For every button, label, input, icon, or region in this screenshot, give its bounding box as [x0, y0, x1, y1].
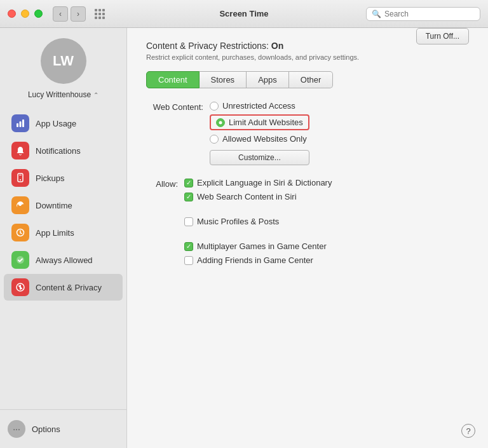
content-header: Turn Off... Content & Privacy Restrictio… — [146, 41, 469, 61]
sidebar: LW Lucy Writtenhouse ⌃ App Usage — [0, 28, 127, 448]
search-icon: 🔍 — [372, 10, 381, 18]
turn-off-button[interactable]: Turn Off... — [416, 28, 469, 44]
titlebar: ‹ › Screen Time 🔍 — [0, 0, 488, 28]
checkbox-label-multiplayer: Multiplayer Games in Game Center — [197, 241, 327, 251]
checkbox-label-web-search: Web Search Content in Siri — [197, 192, 297, 201]
web-content-label: Web Content: — [146, 101, 203, 112]
tab-other[interactable]: Other — [289, 71, 334, 88]
sidebar-bottom: ··· Options — [0, 409, 126, 448]
sidebar-item-always-allowed[interactable]: Always Allowed — [4, 247, 123, 273]
checkbox-icon-music-profiles — [184, 217, 193, 226]
svg-rect-1 — [20, 121, 22, 127]
avatar: LW — [41, 38, 86, 84]
tab-bar: Content Stores Apps Other — [146, 71, 469, 88]
sidebar-item-downtime[interactable]: Downtime — [4, 192, 123, 219]
radio-unrestricted[interactable]: Unrestricted Access — [210, 101, 309, 111]
sidebar-item-label: Always Allowed — [36, 255, 93, 265]
svg-rect-4 — [19, 175, 22, 175]
checkbox-icon-add-friends — [184, 256, 193, 265]
web-content-row: Web Content: Unrestricted Access Limit A… — [146, 101, 469, 165]
sidebar-item-label: Content & Privacy — [36, 283, 102, 292]
svg-point-7 — [17, 256, 24, 264]
grid-button[interactable] — [91, 5, 109, 23]
sidebar-item-label: Notifications — [36, 146, 81, 156]
checkbox-explicit-lang[interactable]: ✓ Explicit Language in Siri & Dictionary — [184, 178, 332, 187]
allow-label: Allow: — [146, 178, 178, 189]
checkbox-music-profiles[interactable]: Music Profiles & Posts — [184, 217, 332, 226]
app-body: LW Lucy Writtenhouse ⌃ App Usage — [0, 28, 488, 448]
checkbox-icon-multiplayer: ✓ — [184, 242, 193, 251]
tab-apps[interactable]: Apps — [247, 71, 289, 88]
options-label: Options — [32, 424, 60, 434]
app-usage-icon — [11, 114, 29, 132]
close-button[interactable] — [8, 10, 16, 18]
content-privacy-icon — [11, 278, 29, 296]
search-bar[interactable]: 🔍 — [366, 7, 480, 21]
sidebar-nav: App Usage Notifications — [0, 109, 126, 409]
sidebar-item-content-privacy[interactable]: Content & Privacy — [4, 274, 123, 301]
checkbox-add-friends[interactable]: Adding Friends in Game Center — [184, 255, 332, 265]
chevron-icon: ⌃ — [93, 92, 98, 98]
checkbox-label-music-profiles: Music Profiles & Posts — [197, 217, 279, 226]
checkbox-icon-explicit-lang: ✓ — [184, 179, 193, 187]
minimize-button[interactable] — [21, 10, 29, 18]
downtime-icon — [11, 196, 29, 214]
svg-point-5 — [20, 179, 21, 180]
radio-label-allowed-only: Allowed Websites Only — [222, 134, 307, 144]
grid-icon — [95, 9, 105, 19]
radio-group: Unrestricted Access Limit Adult Websites… — [210, 101, 309, 165]
sidebar-item-app-usage[interactable]: App Usage — [4, 110, 123, 137]
allow-row: Allow: ✓ Explicit Language in Siri & Dic… — [146, 178, 469, 265]
tab-content[interactable]: Content — [146, 71, 200, 88]
pickups-icon — [11, 169, 29, 187]
always-allowed-icon — [11, 251, 29, 269]
sidebar-item-app-limits[interactable]: App Limits — [4, 219, 123, 246]
sidebar-item-notifications[interactable]: Notifications — [4, 137, 123, 164]
help-button[interactable]: ? — [461, 424, 475, 438]
back-button[interactable]: ‹ — [53, 6, 68, 22]
allow-section: Allow: ✓ Explicit Language in Siri & Dic… — [146, 178, 469, 265]
forward-button[interactable]: › — [71, 6, 86, 22]
nav-buttons: ‹ › — [53, 6, 86, 22]
web-content-section: Web Content: Unrestricted Access Limit A… — [146, 101, 469, 165]
sidebar-item-label: Pickups — [36, 173, 65, 183]
search-input[interactable] — [384, 10, 475, 18]
checkboxes: ✓ Explicit Language in Siri & Dictionary… — [184, 178, 332, 265]
radio-label-limit-adult: Limit Adult Websites — [229, 118, 303, 127]
sidebar-item-pickups[interactable]: Pickups — [4, 165, 123, 191]
svg-rect-3 — [18, 173, 23, 182]
app-limits-icon — [11, 224, 29, 241]
svg-rect-0 — [17, 123, 18, 127]
main-content: Turn Off... Content & Privacy Restrictio… — [127, 28, 488, 448]
window-controls — [8, 10, 43, 18]
sidebar-item-label: Downtime — [36, 201, 72, 210]
tab-stores[interactable]: Stores — [200, 71, 247, 88]
customize-button[interactable]: Customize... — [210, 150, 309, 165]
notifications-icon — [11, 142, 29, 160]
checkbox-label-explicit-lang: Explicit Language in Siri & Dictionary — [197, 178, 332, 187]
checkbox-icon-web-search: ✓ — [184, 193, 193, 201]
radio-circle-allowed-only — [210, 135, 219, 144]
radio-circle-limit-adult — [216, 118, 225, 127]
options-item[interactable]: ··· Options — [8, 416, 119, 442]
radio-circle-unrestricted — [210, 102, 219, 111]
radio-limit-adult[interactable]: Limit Adult Websites — [210, 114, 309, 130]
user-selector[interactable]: Lucy Writtenhouse ⌃ — [0, 90, 126, 99]
checkbox-multiplayer[interactable]: ✓ Multiplayer Games in Game Center — [184, 241, 332, 251]
sidebar-item-label: App Limits — [36, 228, 74, 238]
maximize-button[interactable] — [34, 10, 43, 18]
checkbox-web-search[interactable]: ✓ Web Search Content in Siri — [184, 192, 332, 201]
window-title: Screen Time — [219, 9, 268, 18]
svg-rect-2 — [22, 119, 24, 127]
radio-label-unrestricted: Unrestricted Access — [222, 101, 295, 111]
sidebar-item-label: App Usage — [36, 119, 76, 128]
user-name: Lucy Writtenhouse — [28, 90, 91, 99]
restriction-desc: Restrict explicit content, purchases, do… — [146, 53, 469, 61]
options-icon: ··· — [8, 420, 25, 438]
radio-allowed-only[interactable]: Allowed Websites Only — [210, 134, 309, 144]
checkbox-label-add-friends: Adding Friends in Game Center — [197, 255, 313, 265]
